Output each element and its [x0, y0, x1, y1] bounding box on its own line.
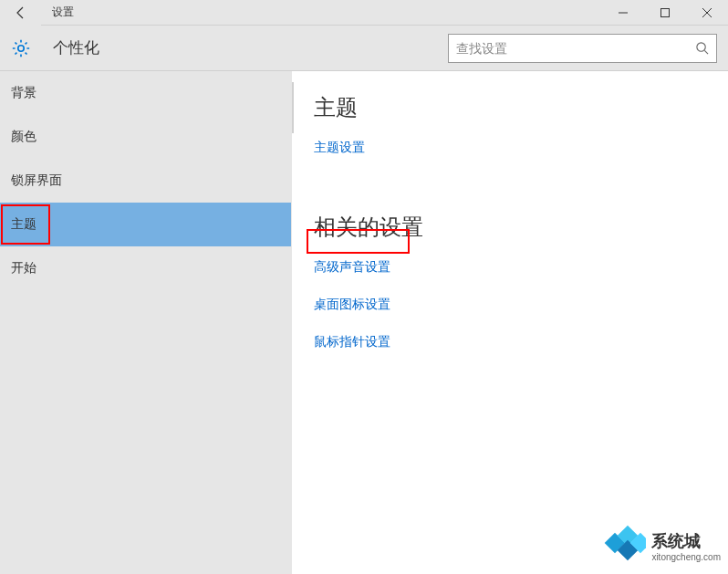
minimize-button[interactable] — [602, 0, 644, 26]
page-title: 个性化 — [53, 37, 99, 58]
link-advanced-sound[interactable]: 高级声音设置 — [314, 259, 390, 276]
section-title-related: 相关的设置 — [314, 213, 706, 242]
back-button[interactable] — [0, 0, 41, 26]
window-controls — [602, 0, 728, 26]
close-button[interactable] — [686, 0, 728, 26]
sidebar-item-label: 背景 — [11, 85, 36, 101]
watermark-logo-icon — [604, 525, 646, 567]
maximize-button[interactable] — [644, 0, 686, 26]
link-theme-settings[interactable]: 主题设置 — [314, 140, 365, 156]
watermark: 系统城 xitongcheng.com — [604, 525, 721, 567]
search-input[interactable] — [456, 41, 695, 56]
svg-line-6 — [704, 50, 708, 54]
watermark-url: xitongcheng.com — [651, 552, 721, 562]
search-box[interactable] — [448, 34, 717, 63]
maximize-icon — [660, 8, 670, 17]
section-title-themes: 主题 — [314, 93, 706, 122]
sidebar-item-start[interactable]: 开始 — [0, 246, 291, 290]
link-desktop-icons[interactable]: 桌面图标设置 — [314, 297, 390, 313]
back-arrow-icon — [14, 5, 28, 20]
sidebar-item-colors[interactable]: 颜色 — [0, 115, 291, 159]
content-area: 主题 主题设置 相关的设置 高级声音设置 桌面图标设置 鼠标指针设置 — [292, 71, 728, 574]
sidebar-item-label: 锁屏界面 — [11, 172, 62, 189]
link-mouse-pointer[interactable]: 鼠标指针设置 — [314, 334, 390, 350]
search-icon — [695, 41, 709, 55]
minimize-icon — [619, 8, 628, 17]
main-area: 背景 颜色 锁屏界面 主题 开始 主题 主题设置 相关的设置 高级声音设置 桌面… — [0, 71, 728, 574]
sidebar-item-background[interactable]: 背景 — [0, 71, 291, 115]
svg-point-4 — [18, 45, 24, 50]
sidebar-item-label: 颜色 — [11, 129, 36, 145]
sidebar-item-lockscreen[interactable]: 锁屏界面 — [0, 159, 291, 203]
sidebar-item-label: 开始 — [11, 260, 36, 277]
sidebar: 背景 颜色 锁屏界面 主题 开始 — [0, 71, 292, 574]
close-icon — [702, 8, 712, 17]
svg-rect-1 — [661, 8, 670, 16]
titlebar: 设置 — [0, 0, 728, 26]
gear-icon — [11, 38, 31, 58]
sidebar-item-themes[interactable]: 主题 — [0, 203, 291, 246]
svg-point-5 — [697, 43, 705, 51]
content-divider — [292, 82, 294, 133]
header: 个性化 — [0, 26, 728, 71]
window-title: 设置 — [52, 5, 74, 20]
watermark-text: 系统城 xitongcheng.com — [651, 530, 721, 562]
sidebar-item-label: 主题 — [11, 216, 36, 233]
watermark-title: 系统城 — [651, 530, 721, 552]
